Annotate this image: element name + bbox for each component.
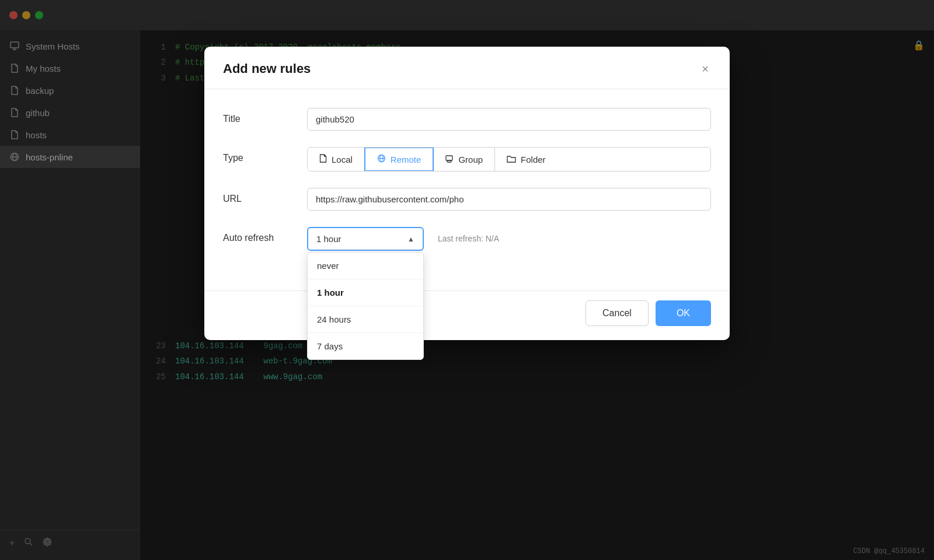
svg-rect-12	[446, 156, 452, 160]
modal-title: Add new rules	[223, 61, 311, 76]
type-btn-folder-label: Folder	[521, 155, 546, 164]
modal-footer: Cancel OK	[204, 290, 730, 340]
app-window: System Hosts My hosts ba	[0, 0, 934, 560]
modal-header: Add new rules ×	[204, 47, 730, 89]
type-label: Type	[223, 147, 293, 163]
url-field-row: URL	[223, 188, 711, 211]
type-field-row: Type Local	[223, 147, 711, 172]
last-refresh-text: Last refresh: N/A	[438, 227, 499, 243]
type-btn-folder[interactable]: Folder	[495, 148, 557, 171]
modal-close-button[interactable]: ×	[699, 61, 711, 77]
modal-dialog: Add new rules × Title Type	[204, 47, 730, 340]
auto-refresh-label: Auto refresh	[223, 227, 293, 243]
url-input[interactable]	[307, 188, 711, 211]
title-input-wrap	[307, 108, 711, 131]
auto-refresh-wrap: 1 hour ▲ never 1 hour	[307, 227, 711, 251]
refresh-dropdown: never 1 hour 24 hours 7 da	[307, 252, 424, 360]
modal-body: Title Type	[204, 89, 730, 286]
refresh-option-7days[interactable]: 7 days	[308, 333, 423, 359]
ok-button[interactable]: OK	[656, 300, 711, 326]
auto-refresh-controls: 1 hour ▲ never 1 hour	[307, 227, 711, 251]
type-btn-local-label: Local	[332, 155, 353, 164]
cancel-button[interactable]: Cancel	[586, 300, 649, 326]
type-btn-group-label: Group	[458, 155, 483, 164]
url-label: URL	[223, 188, 293, 204]
type-selector-wrap: Local Remote	[307, 147, 711, 172]
chevron-up-icon: ▲	[407, 235, 414, 243]
folder-icon	[507, 155, 516, 164]
modal-overlay: Add new rules × Title Type	[0, 0, 934, 560]
auto-refresh-field-row: Auto refresh 1 hour ▲ never	[223, 227, 711, 251]
refresh-option-1hour[interactable]: 1 hour	[308, 279, 423, 306]
refresh-option-never[interactable]: never	[308, 253, 423, 279]
globe-icon-remote	[377, 154, 386, 164]
title-field-row: Title	[223, 108, 711, 131]
type-selector: Local Remote	[307, 147, 711, 172]
url-input-wrap	[307, 188, 711, 211]
type-btn-remote-label: Remote	[391, 155, 421, 164]
file-icon	[319, 154, 327, 164]
title-label: Title	[223, 108, 293, 124]
refresh-selected-value: 1 hour	[316, 234, 341, 244]
title-input[interactable]	[307, 108, 711, 131]
layers-icon	[445, 155, 454, 164]
type-btn-group[interactable]: Group	[433, 148, 495, 171]
type-btn-remote[interactable]: Remote	[364, 147, 434, 172]
refresh-option-24hours[interactable]: 24 hours	[308, 306, 423, 333]
refresh-select-container: 1 hour ▲ never 1 hour	[307, 227, 424, 251]
type-btn-local[interactable]: Local	[308, 148, 365, 171]
refresh-select-button[interactable]: 1 hour ▲	[307, 227, 424, 251]
svg-rect-13	[447, 160, 451, 162]
